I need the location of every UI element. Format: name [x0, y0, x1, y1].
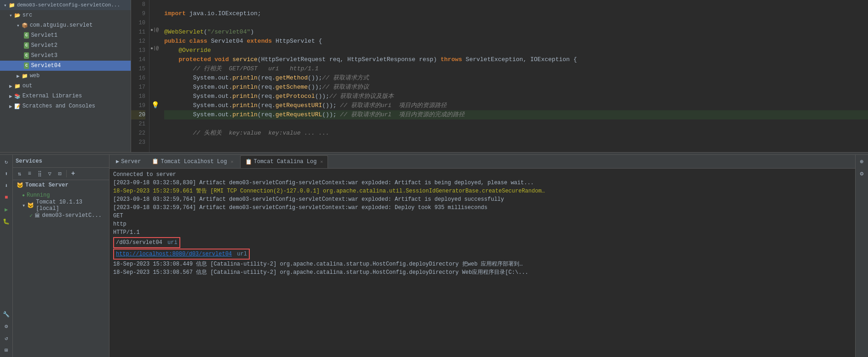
log-line-artifact3: [2023-09-18 03:32:59,764] Artifact demo0… [113, 204, 851, 212]
code-line-8 [164, 0, 868, 9]
run-icon[interactable]: ▶ [1, 204, 11, 215]
code-line-11: @WebServlet("/servlet04") [164, 28, 868, 37]
uri-value: /d03/servlet04 [116, 239, 162, 246]
log-line-uri-container: /d03/servlet04 uri [113, 237, 851, 248]
log-content-area[interactable]: Connected to server [2023-09-18 03:32:58… [109, 169, 855, 357]
expand-icon4: ▶ [9, 83, 12, 89]
log-line-deploy2: 18-Sep-2023 15:33:08.567 信息 [Catalina-ut… [113, 268, 851, 277]
code-editor: 8 9 10 11 12 13 14 15 16 17 18 19 20 21 … [131, 0, 868, 152]
code-line-12: public class Servlet04 extends HttpServl… [164, 37, 868, 46]
services-toolbar: ⇅ ≡ ⣿ ▽ ⊡ + [13, 168, 109, 180]
toolbar-divider [66, 170, 67, 177]
sidebar-item-scratches[interactable]: ▶ 📝 Scratches and Consoles [0, 101, 131, 111]
expand-arrow-icon: ▾ [22, 202, 25, 209]
service-item-tomcat-server[interactable]: 🐱 Tomcat Server [13, 180, 109, 190]
settings-icon[interactable]: ⚙ [857, 169, 867, 179]
folder-icon: ▾ [4, 2, 7, 8]
left-icon-strip: ↻ ⬆ ⬇ ■ ▶ 🐛 🔧 ⚙ ↺ ⊞ [0, 155, 13, 357]
service-item-demo-deploy[interactable]: ✓ 🏛 demo03-servletC... [13, 210, 109, 221]
down-icon[interactable]: ⬇ [1, 181, 11, 191]
refresh-icon[interactable]: ↻ [1, 157, 11, 167]
code-line-14: protected void service(HttpServletReques… [164, 55, 868, 64]
code-line-20: System.out.println(req.getRequestURL());… [164, 110, 868, 119]
log-area: ▶ Server 📋 Tomcat Localhost Log ✕ 📋 Tomc… [109, 155, 855, 357]
log-panel-icons: ⊕ ⚙ [855, 155, 868, 357]
expand-icon2: ▾ [17, 23, 20, 28]
url-label: url [237, 251, 247, 257]
log-line-url-container: http://localhost:8080/d03/servlet04 url [113, 249, 851, 260]
service-item-tomcat-instance[interactable]: ▾ 🐱 Tomcat 10.1.13 [local] [13, 200, 109, 210]
toolbar-btn-filter[interactable]: ▽ [45, 169, 54, 178]
annotation-mark-14: ●|@ [150, 46, 159, 51]
sidebar-item-src[interactable]: ▾ 📂 src [0, 10, 131, 20]
cycle-icon[interactable]: ↺ [1, 333, 11, 343]
out-folder-icon: 📁 [14, 83, 21, 89]
code-line-17: System.out.println(req.getScheme());// 获… [164, 83, 868, 92]
sidebar-item-package[interactable]: ▾ 📦 com.atguigu.servlet [0, 20, 131, 30]
sidebar-item-web[interactable]: ▶ 📁 web [0, 71, 131, 81]
toolbar-btn-sort2[interactable]: ≡ [25, 169, 34, 178]
class-icon-3: C [24, 52, 29, 59]
sidebar-item-project[interactable]: ▾ 📁 demo03-servletConfig-servletCon... [0, 0, 131, 10]
code-content[interactable]: import java.io.IOException; @WebServlet(… [161, 0, 868, 152]
services-panel-header: Services [13, 155, 109, 168]
code-line-9: import java.io.IOException; [164, 9, 868, 18]
toolbar-btn-sort1[interactable]: ⇅ [15, 169, 24, 178]
class-icon-2: C [24, 42, 29, 49]
libs-icon: 📚 [14, 93, 21, 99]
settings2-icon[interactable]: ⚙ [1, 321, 11, 331]
log-tabs-bar: ▶ Server 📋 Tomcat Localhost Log ✕ 📋 Tomc… [109, 155, 855, 169]
gutter: 💡 ●|@ ●|@ [149, 0, 161, 152]
catalina-log-icon: 📋 [245, 159, 252, 165]
url-value: http://localhost:8080/d03/servlet04 [116, 251, 232, 257]
code-line-22: // 头相关 key:value key:value ... ... [164, 129, 868, 138]
sidebar-item-servlet1[interactable]: C Servlet1 [0, 30, 131, 40]
maximize-icon[interactable]: ⊕ [857, 157, 867, 167]
expand-icon: ▾ [9, 12, 12, 18]
debug-icon[interactable]: 🐛 [1, 216, 11, 227]
terminal-icon[interactable]: ⊞ [1, 345, 11, 355]
tab-catalina-log[interactable]: 📋 Tomcat Catalina Log ✕ [240, 155, 328, 168]
toolbar-btn-pin[interactable]: ⊡ [55, 169, 64, 178]
log-line-artifact1: [2023-09-18 03:32:58,830] Artifact demo0… [113, 179, 851, 187]
log-line-artifact2: [2023-09-18 03:32:59,764] Artifact demo0… [113, 195, 851, 204]
localhost-log-icon: 📋 [152, 158, 159, 165]
log-line-get: GET [113, 212, 851, 220]
url-highlight-box: http://localhost:8080/d03/servlet04 url [113, 249, 250, 260]
sidebar-item-out[interactable]: ▶ 📁 out [0, 81, 131, 91]
tab-server[interactable]: ▶ Server [111, 155, 145, 168]
tab-localhost-log[interactable]: 📋 Tomcat Localhost Log ✕ [147, 155, 238, 168]
sidebar-item-servlet3[interactable]: C Servlet3 [0, 51, 131, 61]
tomcat-server-icon: 🐱 [17, 182, 23, 189]
sidebar-item-servlet2[interactable]: C Servlet2 [0, 40, 131, 51]
code-line-19: System.out.println(req.getRequestURI());… [164, 101, 868, 110]
code-line-16: System.out.println(req.getMethod());// 获… [164, 74, 868, 83]
code-line-23 [164, 138, 868, 147]
log-line-connected: Connected to server [113, 170, 851, 179]
sidebar-item-servlet04[interactable]: C Servlet04 [0, 61, 131, 71]
services-sidebar: Services ⇅ ≡ ⣿ ▽ ⊡ + 🐱 Tomcat Server ● R… [13, 155, 109, 357]
catalina-log-close[interactable]: ✕ [320, 159, 323, 164]
sidebar-item-external-libs[interactable]: ▶ 📚 External Libraries [0, 91, 131, 101]
wrench-icon[interactable]: 🔧 [1, 309, 11, 319]
code-line-15: // 行相关 GET/POST uri http/1.1 [164, 64, 868, 74]
expand-icon6: ▶ [9, 103, 12, 109]
deploy-icon: 🏛 [34, 212, 40, 219]
stop-icon[interactable]: ■ [1, 193, 11, 203]
running-status-icon: ● [22, 193, 25, 198]
expand-icon5: ▶ [9, 93, 12, 99]
tomcat-instance-icon: 🐱 [27, 202, 34, 209]
localhost-log-close[interactable]: ✕ [230, 159, 233, 164]
line-numbers: 8 9 10 11 12 13 14 15 16 17 18 19 20 21 … [131, 0, 149, 152]
expand-icon3: ▶ [17, 73, 20, 79]
breakpoint-icon: 💡 [151, 101, 159, 109]
code-line-13: @Override [164, 46, 868, 55]
project-sidebar: ▾ 📁 demo03-servletConfig-servletCon... ▾… [0, 0, 131, 152]
uri-highlight-box: /d03/servlet04 uri [113, 237, 180, 248]
up-icon[interactable]: ⬆ [1, 169, 11, 179]
log-line-warn: 18-Sep-2023 15:32:59.661 警告 [RMI TCP Con… [113, 187, 851, 195]
toolbar-btn-group[interactable]: ⣿ [35, 169, 44, 178]
class-icon-1: C [24, 32, 29, 39]
toolbar-btn-add[interactable]: + [69, 169, 78, 178]
class-icon-4: C [24, 62, 29, 69]
